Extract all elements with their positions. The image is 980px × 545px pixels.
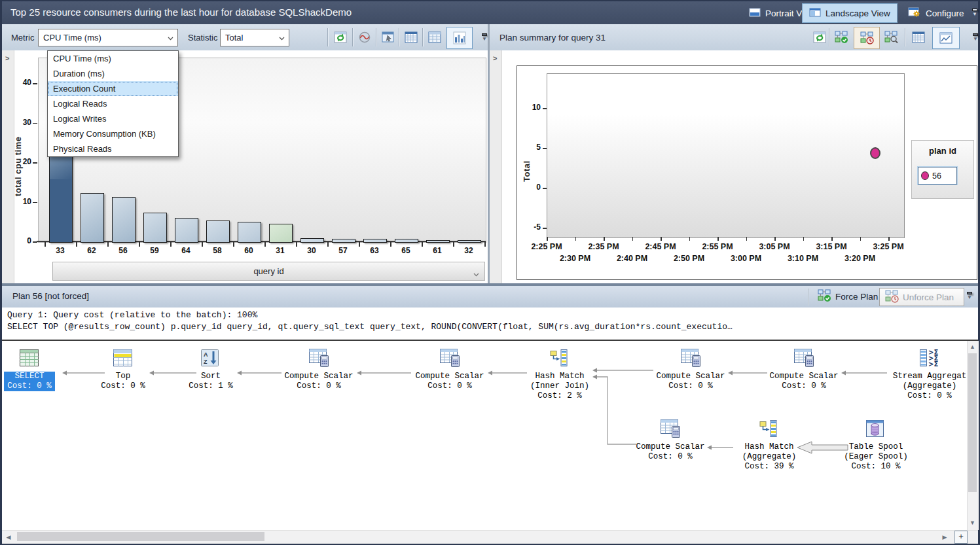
unforce-plan-icon[interactable] [854,27,880,49]
legend-entry-plan-56[interactable]: 56 [918,167,957,185]
refresh-icon[interactable] [332,29,349,46]
dropdown-item[interactable]: Logical Writes [48,111,178,126]
force-plan-button[interactable]: Force Plan [812,288,883,305]
plan-node-compute-scalar[interactable]: Compute ScalarCost: 0 % [263,372,374,391]
compute-scalar-icon [660,419,681,441]
x-tick-label: 3:15 PM [808,242,854,251]
grid-icon[interactable] [910,29,927,46]
dropdown-item[interactable]: Logical Reads [48,96,178,111]
compute-scalar-icon [793,348,814,370]
plan-node-compute-scalar[interactable]: Compute ScalarCost: 0 % [615,442,726,462]
zoom-plus-button[interactable]: + [954,531,968,544]
dropdown-item[interactable]: Physical Reads [48,141,178,156]
plan-node-sort[interactable]: SortCost: 1 % [155,372,266,391]
bar-query-59[interactable] [143,213,167,243]
bar-query-62[interactable] [81,193,104,243]
y-tick-mark [543,228,547,229]
grid-dense-icon[interactable] [403,29,420,46]
scroll-left-arrow[interactable]: ◀ [4,534,13,540]
plan-bar-overflow-button[interactable]: ▼ [966,292,973,299]
vertical-scrollbar-thumb[interactable] [968,353,977,492]
scatter-plot-area [547,73,905,238]
x-tick-mark [831,237,833,241]
x-tick-mark [76,242,77,247]
bar-query-61[interactable] [426,240,450,243]
statistic-label: Statistic [188,33,218,43]
svg-text:A: A [204,351,208,358]
collapse-arrow-icon[interactable]: > [493,54,497,62]
execution-plan-canvas[interactable]: SELECTCost: 0 %TopCost: 0 %AZSortCost: 1… [2,341,967,530]
plan-node-compute-scalar[interactable]: Compute ScalarCost: 0 % [394,372,505,391]
plan-header-bar: Plan 56 [not forced] Force Plan Unforce … [2,286,978,308]
query-id-axis-button[interactable]: query id [52,262,485,281]
bar-query-58[interactable] [206,220,230,243]
statistic-combobox[interactable]: Total [220,29,289,46]
bar-query-60[interactable] [238,222,261,243]
right-panel-collapse-strip [490,50,502,283]
x-tick-mark [359,242,360,247]
bar-query-31[interactable] [269,224,293,243]
unforce-plan-button[interactable]: Unforce Plan [879,288,964,306]
bar-query-30[interactable] [300,238,324,243]
bar-query-65[interactable] [395,239,418,243]
horizontal-scrollbar-thumb[interactable] [17,532,264,541]
plan-node-stream-aggregat[interactable]: Stream Aggregat(Aggregate)Cost: 0 % [874,372,967,401]
dropdown-item[interactable]: Memory Consumption (KB) [48,126,178,141]
landscape-view-button[interactable]: Landscape View [802,3,898,23]
configure-button[interactable]: Configure [901,4,971,22]
bar-query-64[interactable] [175,218,198,243]
metric-combobox[interactable]: CPU Time (ms) [38,29,178,46]
x-tick-label: 32 [456,246,482,255]
x-tick-mark [746,237,748,241]
bar-query-32[interactable] [458,240,481,243]
x-tick-mark [107,242,109,247]
grid-icon[interactable] [426,29,443,46]
query-text-area: Query 1: Query cost (relative to the bat… [2,308,978,340]
dropdown-item[interactable]: Execution Count [48,81,178,96]
bar-query-56[interactable] [112,197,136,243]
plan-header-label: Plan 56 [not forced] [12,291,89,301]
toolbar-separator [327,28,329,46]
plan-node-compute-scalar[interactable]: Compute ScalarCost: 0 % [748,372,860,391]
x-tick-label: 2:25 PM [524,242,570,251]
x-tick-label: 3:00 PM [723,254,769,263]
y-tick-label: -5 [521,222,541,232]
view-query-text-icon[interactable] [380,29,397,46]
dropdown-item[interactable]: Duration (ms) [48,66,178,81]
force-plan-icon[interactable] [833,29,850,46]
dropdown-item[interactable]: CPU Time (ms) [48,51,178,66]
line-chart-icon[interactable] [932,27,960,49]
scroll-up-arrow[interactable]: ▲ [968,343,977,350]
bar-query-57[interactable] [332,239,355,243]
bar-chart-icon[interactable] [446,27,473,49]
x-tick-mark [717,237,719,241]
toolbar-separator [422,28,424,46]
x-tick-mark [547,237,548,241]
collapse-arrow-icon[interactable]: > [5,54,9,62]
x-tick-mark [774,237,776,241]
select-icon [19,348,40,370]
x-tick-label: 59 [141,246,168,255]
scroll-down-arrow[interactable]: ▼ [968,519,977,526]
chevron-down-icon [473,269,479,279]
x-tick-label: 33 [47,246,73,255]
scroll-right-arrow[interactable]: ▶ [940,534,949,540]
x-tick-mark [139,242,140,247]
compare-plans-icon[interactable] [882,29,899,46]
scatter-point-plan-56[interactable] [870,147,880,159]
plan-node-compute-scalar[interactable]: Compute ScalarCost: 0 % [635,372,746,391]
right-toolbar-overflow-button[interactable]: ▼ [971,33,979,41]
titlebar-overflow-button[interactable]: ▼ [971,9,979,16]
plan-node-hash-match[interactable]: Hash Match(Aggregate)Cost: 39 % [714,442,825,472]
track-query-icon[interactable] [356,29,373,46]
x-tick-label: 2:40 PM [609,254,655,263]
x-tick-mark [661,237,662,241]
bar-query-63[interactable] [363,239,387,243]
refresh-icon[interactable] [811,29,828,46]
x-tick-mark [170,242,172,247]
table-spool-icon [865,419,885,441]
x-tick-label: 56 [110,246,136,255]
plan-node-table-spool[interactable]: Table Spool(Eager Spool)Cost: 10 % [820,442,932,472]
plan-id-dot-icon [921,171,929,180]
plan-node-hash-match[interactable]: Hash Match(Inner Join)Cost: 2 % [504,372,615,401]
